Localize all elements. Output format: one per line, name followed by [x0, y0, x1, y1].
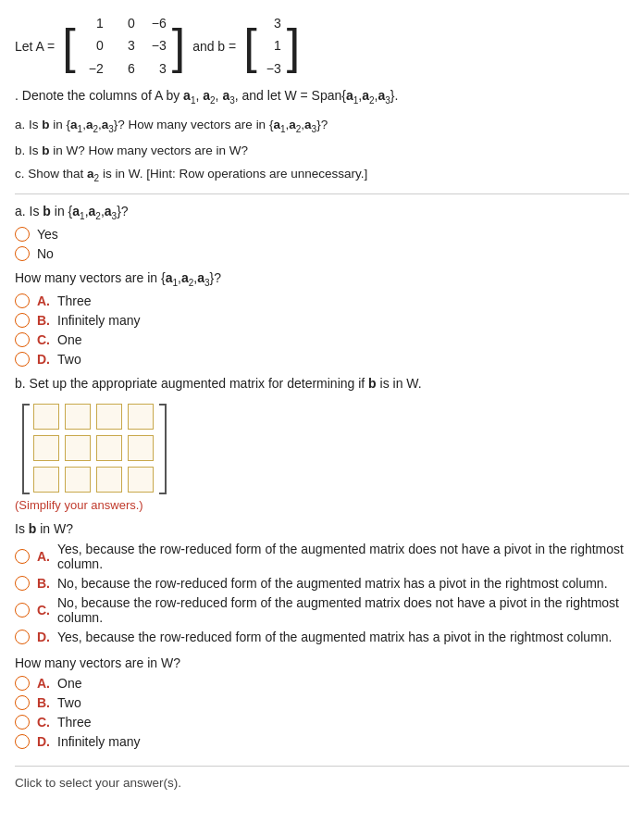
radio-a-three-circle[interactable]: [15, 293, 30, 308]
subq-b-text: b. Is b in W? How many vectors are in W?: [15, 141, 629, 161]
cell-A-12: −3: [144, 35, 167, 56]
matrix-A: [ 1 0 −6 0 3 −3 −2 6 3 ]: [62, 11, 185, 81]
cell-A-22: 3: [144, 58, 167, 79]
radio-w-A-circle[interactable]: [15, 676, 30, 691]
option-b-A[interactable]: A. Yes, because the row-reduced form of …: [15, 542, 629, 571]
cell-A-00: 1: [81, 13, 104, 33]
option-w-A[interactable]: A. One: [15, 676, 629, 691]
and-b-label: and b =: [192, 39, 236, 54]
denote-text: . Denote the columns of A by a1, a2, a3,…: [15, 88, 398, 106]
how-many-w-question: How many vectors are in W?: [15, 655, 629, 670]
cell-A-01: 0: [113, 13, 135, 33]
section-a: a. Is b in {a1,a2,a3}? Yes No How many v…: [15, 204, 629, 367]
cell-A-11: 3: [113, 35, 135, 56]
simplify-note: (Simplify your answers.): [15, 498, 629, 512]
option-a-one-letter: C.: [37, 332, 50, 347]
aug-cell-10[interactable]: [33, 435, 59, 461]
matrix-b-grid: 3 1 −3: [257, 11, 287, 81]
radio-a-inf-circle[interactable]: [15, 313, 30, 328]
option-w-C-text: Three: [57, 715, 92, 730]
problem-header: Let A = [ 1 0 −6 0 3 −3 −2 6 3 ] and b =…: [15, 11, 629, 106]
aug-cell-01[interactable]: [65, 404, 91, 430]
aug-cell-20[interactable]: [33, 467, 59, 493]
radio-w-D-circle[interactable]: [15, 734, 30, 749]
radio-w-C-circle[interactable]: [15, 715, 30, 730]
option-a-two-text: Two: [57, 352, 81, 367]
option-a-infinitely[interactable]: B. Infinitely many: [15, 313, 629, 328]
option-b-B-letter: B.: [37, 576, 50, 591]
matrix-A-grid: 1 0 −6 0 3 −3 −2 6 3: [76, 11, 172, 81]
cell-A-02: −6: [144, 13, 167, 33]
subq-c-text: c. Show that a2 is in W. [Hint: Row oper…: [15, 164, 629, 186]
divider-1: [15, 193, 629, 194]
option-b-A-text: Yes, because the row-reduced form of the…: [57, 542, 629, 571]
bracket-left-b: [: [243, 22, 256, 70]
radio-b-B-circle[interactable]: [15, 576, 30, 591]
section-b: b. Set up the appropriate augmented matr…: [15, 376, 629, 749]
option-no[interactable]: No: [15, 246, 629, 261]
option-no-label: No: [37, 246, 54, 261]
option-a-one[interactable]: C. One: [15, 332, 629, 347]
option-yes[interactable]: Yes: [15, 227, 629, 242]
option-w-C-letter: C.: [37, 715, 50, 730]
radio-b-C-circle[interactable]: [15, 603, 30, 618]
option-w-B[interactable]: B. Two: [15, 695, 629, 710]
radio-b-D-circle[interactable]: [15, 630, 30, 644]
cell-b-2: −3: [263, 58, 281, 79]
radio-a-one-circle[interactable]: [15, 332, 30, 347]
footer-note: Click to select your answer(s).: [15, 766, 629, 790]
option-w-A-letter: A.: [37, 676, 50, 691]
option-b-B[interactable]: B. No, because the row-reduced form of t…: [15, 576, 629, 591]
option-w-D[interactable]: D. Infinitely many: [15, 734, 629, 749]
option-a-two[interactable]: D. Two: [15, 352, 629, 367]
option-b-D-letter: D.: [37, 630, 50, 644]
option-yes-label: Yes: [37, 227, 58, 242]
section-a-question: a. Is b in {a1,a2,a3}?: [15, 204, 629, 221]
option-b-D[interactable]: D. Yes, because the row-reduced form of …: [15, 630, 629, 644]
option-w-A-text: One: [57, 676, 81, 691]
option-a-three[interactable]: A. Three: [15, 293, 629, 308]
radio-b-A-circle[interactable]: [15, 549, 30, 564]
cell-A-10: 0: [81, 35, 104, 56]
let-label: Let A =: [15, 39, 55, 54]
aug-cell-21[interactable]: [65, 467, 91, 493]
aug-cell-22[interactable]: [96, 467, 122, 493]
option-b-A-letter: A.: [37, 549, 50, 564]
bracket-left-A: [: [62, 22, 75, 70]
option-w-D-text: Infinitely many: [57, 734, 140, 749]
option-b-D-text: Yes, because the row-reduced form of the…: [57, 630, 612, 644]
aug-cell-00[interactable]: [33, 404, 59, 430]
option-b-C-letter: C.: [37, 603, 50, 618]
cell-b-0: 3: [263, 13, 281, 33]
bracket-right-b: ]: [287, 22, 300, 70]
option-b-B-text: No, because the row-reduced form of the …: [57, 576, 608, 591]
option-a-one-text: One: [57, 332, 81, 347]
aug-cell-13[interactable]: [128, 435, 154, 461]
option-w-B-letter: B.: [37, 695, 50, 710]
how-many-a-question: How many vectors are in {a1,a2,a3}?: [15, 270, 629, 288]
aug-cell-03[interactable]: [128, 404, 154, 430]
aug-cell-23[interactable]: [128, 467, 154, 493]
is-b-in-w-question: Is b in W?: [15, 521, 629, 536]
subq-a-text: a. Is b in {a1,a2,a3}? How many vectors …: [15, 115, 629, 137]
augmented-matrix: [22, 404, 167, 494]
option-a-two-letter: D.: [37, 352, 50, 367]
option-a-three-letter: A.: [37, 293, 50, 308]
aug-bracket-left: [22, 404, 30, 494]
radio-a-two-circle[interactable]: [15, 352, 30, 367]
option-a-three-text: Three: [57, 293, 92, 308]
option-b-C[interactable]: C. No, because the row-reduced form of t…: [15, 595, 629, 625]
radio-w-B-circle[interactable]: [15, 695, 30, 710]
radio-no-circle[interactable]: [15, 246, 30, 261]
cell-A-21: 6: [113, 58, 135, 79]
footer-text: Click to select your answer(s).: [15, 776, 181, 790]
aug-cell-11[interactable]: [65, 435, 91, 461]
cell-A-20: −2: [81, 58, 104, 79]
radio-yes-circle[interactable]: [15, 227, 30, 242]
option-w-C[interactable]: C. Three: [15, 715, 629, 730]
aug-cell-02[interactable]: [96, 404, 122, 430]
option-w-B-text: Two: [57, 695, 81, 710]
aug-cells-grid: [33, 404, 155, 494]
cell-b-1: 1: [263, 35, 281, 56]
aug-cell-12[interactable]: [96, 435, 122, 461]
